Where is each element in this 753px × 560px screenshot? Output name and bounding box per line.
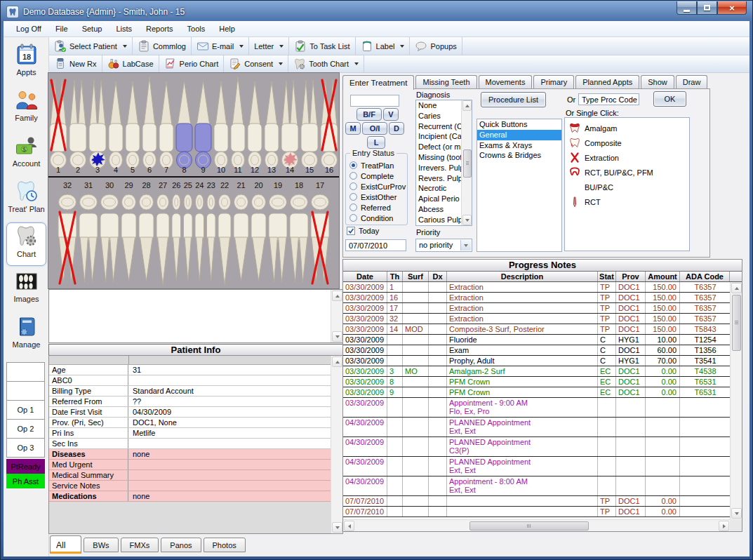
scroll-thumb[interactable] xyxy=(463,149,472,178)
chevron-down-icon[interactable] xyxy=(354,62,359,65)
radio-icon[interactable] xyxy=(349,172,357,180)
radio-option-referred[interactable]: Referred xyxy=(349,202,406,213)
diagnosis-item-caries[interactable]: Caries xyxy=(416,111,461,121)
tab-show[interactable]: Show xyxy=(641,75,674,89)
tab-movements[interactable]: Movements xyxy=(479,75,533,89)
diagnosis-item-carious-pulp-e[interactable]: Carious Pulp E xyxy=(416,215,461,225)
menu-item-lists[interactable]: Lists xyxy=(109,22,139,35)
radio-icon[interactable] xyxy=(349,193,357,201)
image-tab-photos[interactable]: Photos xyxy=(204,538,246,552)
toolbar-button-new-rx[interactable]: New Rx xyxy=(49,55,102,72)
sidebar-module-manage[interactable]: Manage xyxy=(6,314,46,357)
surface-button-o-i[interactable]: O/I xyxy=(362,122,387,135)
status-cell-ph-asst[interactable]: Ph Asst xyxy=(6,474,45,488)
diagnosis-item-missing-tooth-s[interactable]: Missing (tooth s xyxy=(416,152,461,163)
progress-note-row[interactable]: 04/30/2009Appointment - 8:00 AMExt, Ext xyxy=(343,476,730,496)
chevron-down-icon[interactable] xyxy=(460,240,471,251)
toolbar-button-tooth-chart[interactable]: Tooth Chart xyxy=(288,55,364,72)
toolbar-button-labcase[interactable]: LabCase xyxy=(102,55,159,72)
radio-icon[interactable] xyxy=(349,161,357,169)
chevron-down-icon[interactable] xyxy=(239,45,244,48)
menu-item-log-off[interactable]: Log Off xyxy=(9,22,48,35)
toolbar-button-letter[interactable]: Letter xyxy=(249,37,289,55)
progress-note-row[interactable]: 03/30/200914MODComposite-3 Surf, Posteri… xyxy=(343,324,730,335)
toolbar-button-popups[interactable]: Popups xyxy=(410,37,462,55)
scroll-down-icon[interactable] xyxy=(332,331,342,342)
progress-note-row[interactable]: 04/30/2009PLANNED AppointmentC3(P) xyxy=(343,437,730,457)
radio-icon[interactable] xyxy=(349,204,357,211)
progress-note-row[interactable]: 03/30/20093MOAmalgam-2 SurfECDOC10.00T45… xyxy=(343,366,730,377)
progress-note-row[interactable]: 03/30/2009Prophy, AdultCHYG170.00T3541 xyxy=(343,356,730,366)
operatory-cell-empty[interactable] xyxy=(6,362,45,382)
diagnosis-item-defect-or-miss[interactable]: Defect (or miss xyxy=(416,142,461,152)
status-cell-ptready[interactable]: PtReady xyxy=(6,459,45,474)
chart-notes-scrollbar[interactable] xyxy=(331,290,342,342)
surface-button-b-f[interactable]: B/F xyxy=(356,108,382,121)
progress-note-row[interactable]: 03/30/20098PFM CrownECDOC10.00T6531 xyxy=(343,377,730,387)
scroll-thumb[interactable] xyxy=(469,521,589,531)
chevron-down-icon[interactable] xyxy=(400,45,404,48)
surface-entry-input[interactable] xyxy=(350,95,399,107)
progress-notes-vscrollbar[interactable] xyxy=(730,282,742,519)
quick-buttons-listbox[interactable]: Quick ButtonsGeneralExams & XraysCrowns … xyxy=(477,119,562,252)
progress-note-row[interactable]: 03/30/200932ExtractionTPDOC1150.00T6357 xyxy=(343,314,730,324)
scroll-up-icon[interactable] xyxy=(332,356,342,367)
single-click-amalgam[interactable]: Amalgam xyxy=(569,121,689,135)
toolbar-button-label[interactable]: Label xyxy=(356,37,411,55)
column-header-ada-code[interactable]: ADA Code xyxy=(680,272,730,281)
single-click-rct-bu-p-c-pfm[interactable]: RCT, BU/P&C, PFM xyxy=(569,165,689,180)
menu-item-help[interactable]: Help xyxy=(212,22,242,35)
menu-item-file[interactable]: File xyxy=(48,22,75,35)
scroll-left-icon[interactable] xyxy=(344,521,354,531)
single-click-listbox[interactable]: AmalgamCompositeExtractionRCT, BU/P&C, P… xyxy=(564,117,690,251)
progress-note-row[interactable]: 03/30/20099PFM CrownECDOC10.00T6531 xyxy=(343,387,730,398)
image-tab-fmxs[interactable]: FMXs xyxy=(121,538,159,552)
operatory-cell-empty[interactable] xyxy=(6,381,45,401)
image-tab-bws[interactable]: BWs xyxy=(84,538,118,552)
toolbar-button-e-mail[interactable]: E-mail xyxy=(192,37,249,55)
column-header-stat[interactable]: Stat xyxy=(598,272,616,281)
column-header-description[interactable]: Description xyxy=(447,272,598,281)
diagnosis-scrollbar[interactable] xyxy=(461,100,472,225)
column-header-dx[interactable]: Dx xyxy=(429,272,447,281)
image-tab-panos[interactable]: Panos xyxy=(161,538,201,552)
progress-note-row[interactable]: 03/30/20091ExtractionTPDOC1150.00T6357 xyxy=(343,282,730,293)
diagnosis-item-abcess[interactable]: Abcess xyxy=(416,204,461,215)
priority-dropdown[interactable]: no priority xyxy=(415,239,472,252)
image-tab-all[interactable]: All xyxy=(50,535,81,554)
radio-option-existother[interactable]: ExistOther xyxy=(349,192,406,202)
single-click-rct[interactable]: RCT xyxy=(569,194,689,209)
ok-button[interactable]: OK xyxy=(653,91,686,107)
progress-note-row[interactable]: 03/30/2009FluorideCHYG110.00T1254 xyxy=(343,335,730,345)
chevron-down-icon[interactable] xyxy=(279,45,284,48)
scroll-up-icon[interactable] xyxy=(731,283,742,293)
single-click-extraction[interactable]: Extraction xyxy=(569,150,689,165)
tooth-chart[interactable]: 1234567891011121314151632313029282726252… xyxy=(48,73,339,288)
progress-note-row[interactable]: 04/30/2009PLANNED AppointmentExt, Ext xyxy=(343,418,730,437)
sidebar-module-appts[interactable]: 18Appts xyxy=(6,41,46,85)
scroll-thumb[interactable] xyxy=(732,295,741,351)
column-header-prov[interactable]: Prov xyxy=(616,272,646,281)
progress-note-row[interactable]: 04/30/2009PLANNED AppointmentExt, Ext xyxy=(343,457,730,476)
scroll-down-icon[interactable] xyxy=(332,522,342,533)
diagnosis-item-necrotic[interactable]: Necrotic xyxy=(416,183,461,194)
toolbar-button-perio-chart[interactable]: Perio Chart xyxy=(159,55,225,72)
title-bar[interactable]: Demo Database {Admin} - Smith, John - 15… xyxy=(4,3,749,21)
diagnosis-item-irrevers-pulp[interactable]: Irrevers. Pulp. xyxy=(416,163,461,173)
quick-button-general[interactable]: General xyxy=(477,130,561,140)
scroll-down-icon[interactable] xyxy=(731,508,742,519)
operatory-cell-op-3[interactable]: Op 3 xyxy=(6,438,45,458)
diagnosis-item-revers-pulp[interactable]: Revers. Pulp. xyxy=(416,173,461,184)
quick-button-exams-xrays[interactable]: Exams & Xrays xyxy=(477,140,561,151)
close-button[interactable]: × xyxy=(717,1,747,15)
surface-button-l[interactable]: L xyxy=(367,136,385,149)
diagnosis-item-incipient-car[interactable]: Incipient (Car) xyxy=(416,131,461,142)
single-click-composite[interactable]: Composite xyxy=(569,135,689,150)
sidebar-module-treat-plan[interactable]: Treat' Plan xyxy=(6,178,46,222)
procedure-date-field[interactable]: 07/07/2010 xyxy=(345,239,406,251)
single-click-bu-p-c[interactable]: BU/P&C xyxy=(569,180,689,194)
toolbar-button-consent[interactable]: Consent xyxy=(224,55,288,72)
diagnosis-item-recurrent-car[interactable]: Recurrent (Car) xyxy=(416,121,461,132)
diagnosis-listbox[interactable]: NoneCariesRecurrent (Car)Incipient (Car)… xyxy=(415,100,472,226)
operatory-cell-op-1[interactable]: Op 1 xyxy=(6,400,45,420)
